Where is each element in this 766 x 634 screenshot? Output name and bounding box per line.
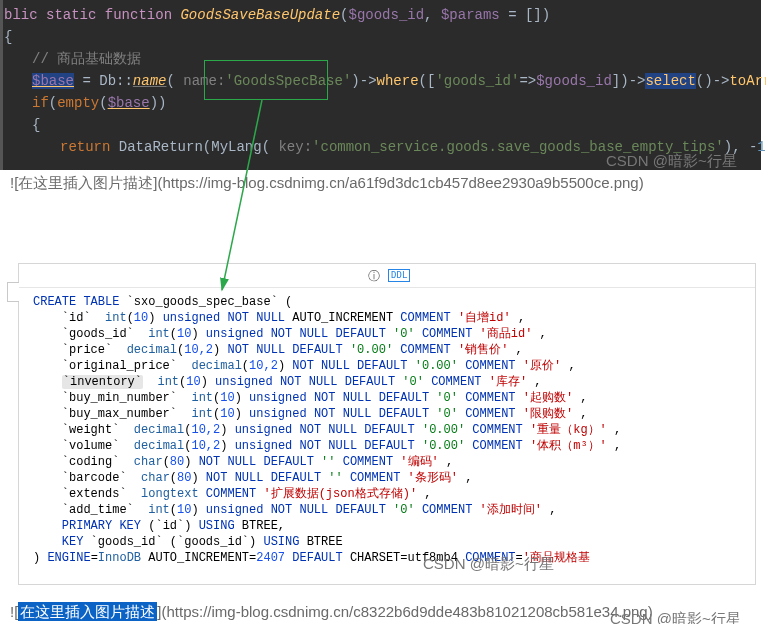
cls-db: Db <box>99 73 116 89</box>
panel-left-tab[interactable] <box>7 282 19 302</box>
method-toarray: toArray <box>729 73 766 89</box>
kw-return: return <box>60 139 119 155</box>
fn-datareturn: DataReturn <box>119 139 203 155</box>
var-base-ref: $base <box>108 95 150 111</box>
image-caption-2: ![在这里插入图片描述](https://img-blog.csdnimg.cn… <box>0 589 760 624</box>
kw-public-static: blic static function <box>4 7 180 23</box>
kw-if: if <box>32 95 49 111</box>
literal-specbase: 'GoodsSpecBase' <box>225 73 351 89</box>
caption1-text: ![在这里插入图片描述] <box>10 174 158 191</box>
sql-panel: ⓘ DDL CREATE TABLE `sxo_goods_spec_base`… <box>18 263 756 585</box>
hint-name: name: <box>183 73 225 89</box>
sql-body: CREATE TABLE `sxo_goods_spec_base` ( `id… <box>19 288 755 572</box>
fn-empty: empty <box>57 95 99 111</box>
info-icon[interactable]: ⓘ <box>368 268 380 285</box>
method-name: name <box>133 73 167 89</box>
fn-name: GoodsSaveBaseUpdate <box>180 7 340 23</box>
sql-panel-header: ⓘ DDL <box>19 264 755 288</box>
caption1-url: (https://img-blog.csdnimg.cn/a61f9d3dc1c… <box>158 174 644 191</box>
php-code-block: blic static function GoodsSaveBaseUpdate… <box>0 0 761 170</box>
fn-mylang: MyLang <box>211 139 261 155</box>
comment: // 商品基础数据 <box>32 51 141 67</box>
caption2-url: ](https://img-blog.csdnimg.cn/c8322b6d9d… <box>157 603 652 620</box>
ddl-badge[interactable]: DDL <box>388 269 410 282</box>
where-val: $goods_id <box>536 73 612 89</box>
method-select: select <box>645 73 695 89</box>
image-caption-1: ![在这里插入图片描述](https://img-blog.csdnimg.cn… <box>0 170 760 195</box>
num-neg1: 1 <box>757 139 765 155</box>
var-base: $base <box>32 73 74 89</box>
caption2-sel: 在这里插入图片描述 <box>18 602 157 621</box>
hint-key: key: <box>278 139 312 155</box>
literal-key: 'common_service.goods.save_goods_base_em… <box>312 139 724 155</box>
where-key: 'goods_id' <box>435 73 519 89</box>
method-where: where <box>377 73 419 89</box>
